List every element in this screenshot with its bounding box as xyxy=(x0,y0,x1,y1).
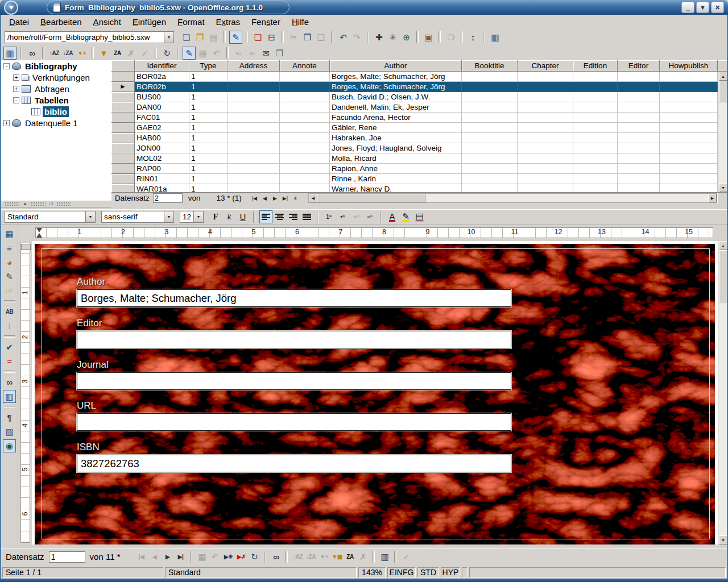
open-icon[interactable]: ❐ xyxy=(193,31,206,44)
cell-annote[interactable] xyxy=(280,113,330,123)
cell-howpublish[interactable] xyxy=(660,153,718,164)
cell-identifier[interactable]: DAN00 xyxy=(135,102,189,113)
cell-chapter[interactable] xyxy=(518,113,573,123)
cell-edition[interactable] xyxy=(573,174,618,184)
table-row[interactable]: JON00 1 Jones, Floyd; Haugland, Solveig xyxy=(111,143,718,153)
data-source-as-table-icon[interactable]: ▥ xyxy=(378,551,391,563)
cell-booktitle[interactable] xyxy=(462,184,518,192)
cell-howpublish[interactable] xyxy=(660,174,718,184)
cell-booktitle[interactable] xyxy=(462,102,518,113)
highlighting-icon[interactable]: ✎ xyxy=(399,210,412,223)
cell-annote[interactable] xyxy=(280,164,330,174)
chevron-down-icon[interactable]: ▼ xyxy=(164,32,173,43)
align-left-icon[interactable] xyxy=(259,210,272,223)
cell-howpublish[interactable] xyxy=(660,184,718,192)
cell-chapter[interactable] xyxy=(518,153,573,164)
table-row[interactable]: FAC01 1 Facundo Arena, Hector xyxy=(111,113,718,123)
font-name-input[interactable] xyxy=(102,213,164,221)
cell-chapter[interactable] xyxy=(518,72,573,82)
cell-annote[interactable] xyxy=(280,82,330,92)
table-row[interactable]: ▶ BOR02b 1 Borges, Malte; Schumacher, Jö… xyxy=(111,82,718,92)
row-header[interactable] xyxy=(111,92,135,102)
new-document-icon[interactable]: ❏ xyxy=(180,31,193,44)
row-header[interactable] xyxy=(111,143,135,153)
data-sources-icon[interactable]: ▥ xyxy=(3,390,16,403)
cell-editor[interactable] xyxy=(618,184,660,192)
cell-howpublish[interactable] xyxy=(660,72,718,82)
cell-type[interactable]: 1 xyxy=(189,72,228,82)
titlebar[interactable]: Form_Bibliography_biblio5.sxw - OpenOffi… xyxy=(0,0,728,15)
cell-author[interactable]: Gäbler, Rene xyxy=(330,123,462,133)
last-record-icon[interactable]: ▶| xyxy=(280,194,290,203)
cell-editor[interactable] xyxy=(618,143,660,153)
tree-item-biblio[interactable]: biblio xyxy=(1,106,111,117)
status-page-style[interactable]: Standard xyxy=(165,567,357,577)
sort-descending-icon[interactable]: ↓ZA xyxy=(304,551,317,563)
find-record-icon[interactable]: ∞ xyxy=(26,47,39,60)
data-to-fields-icon[interactable]: «≡ xyxy=(246,47,259,60)
cell-editor[interactable] xyxy=(618,123,660,133)
cell-editor[interactable] xyxy=(618,72,660,82)
horizontal-ruler[interactable]: 123456789101112131415 xyxy=(32,225,718,240)
horizontal-scrollbar[interactable]: ◀ ▶ xyxy=(308,193,717,203)
font-color-icon[interactable]: A xyxy=(386,210,399,223)
cell-chapter[interactable] xyxy=(518,82,573,92)
cell-howpublish[interactable] xyxy=(660,143,718,153)
next-record-icon[interactable]: ▶ xyxy=(270,194,280,203)
prev-record-icon[interactable]: ◀ xyxy=(260,194,270,203)
cell-booktitle[interactable] xyxy=(462,123,518,133)
sort-ascending-icon[interactable]: ↑AZ xyxy=(48,47,61,60)
cell-type[interactable]: 1 xyxy=(189,164,228,174)
menu-einfuegen[interactable]: Einfügen xyxy=(127,16,172,28)
status-selection-mode[interactable]: STD xyxy=(417,567,439,577)
background-color-icon[interactable]: ▤ xyxy=(413,210,426,223)
cell-chapter[interactable] xyxy=(518,174,573,184)
refresh-icon[interactable]: ↻ xyxy=(160,47,173,60)
cell-howpublish[interactable] xyxy=(660,102,718,113)
menu-hilfe[interactable]: Hilfe xyxy=(286,16,315,28)
cell-type[interactable]: 1 xyxy=(189,92,228,102)
align-right-icon[interactable] xyxy=(287,210,300,223)
cell-editor[interactable] xyxy=(618,153,660,164)
cell-address[interactable] xyxy=(228,82,280,92)
cell-howpublish[interactable] xyxy=(660,164,718,174)
apply-filter-icon[interactable]: ✓ xyxy=(138,47,151,60)
cell-type[interactable]: 1 xyxy=(189,133,228,143)
insert-icon[interactable]: ▦ xyxy=(3,227,16,240)
status-zoom[interactable]: 143% xyxy=(358,567,386,577)
table-row[interactable]: RIN01 1 Rinne , Karin xyxy=(111,174,718,184)
hyperlink-icon[interactable]: ⊕ xyxy=(400,31,413,44)
find-icon[interactable]: ∞ xyxy=(3,376,16,389)
url-input[interactable] xyxy=(77,413,511,431)
undo-data-entry-icon[interactable]: ↶ xyxy=(210,47,223,60)
row-header[interactable]: ▶ xyxy=(111,82,135,92)
cell-chapter[interactable] xyxy=(518,92,573,102)
maximize-button[interactable]: ▼ xyxy=(696,2,709,13)
bullets-icon[interactable]: •≡ xyxy=(336,210,349,223)
mail-merge-icon[interactable]: ✉ xyxy=(259,47,272,60)
menu-fenster[interactable]: Fenster xyxy=(246,16,286,28)
filter-icon[interactable]: ▼ xyxy=(97,47,110,60)
isbn-input[interactable] xyxy=(77,455,511,472)
sort-icon[interactable]: ZA xyxy=(344,551,356,563)
table-row[interactable]: WAR01a 1 Warner, Nancy D. xyxy=(111,184,718,192)
cell-editor[interactable] xyxy=(618,113,660,123)
insert-fields-icon[interactable]: ≡ xyxy=(3,242,16,255)
cell-identifier[interactable]: WAR01a xyxy=(135,184,189,192)
column-header-address[interactable]: Address xyxy=(228,60,280,72)
cell-address[interactable] xyxy=(228,153,280,164)
status-page[interactable]: Seite 1 / 1 xyxy=(2,567,163,577)
menu-extras[interactable]: Extras xyxy=(210,16,246,28)
window-menu-button[interactable] xyxy=(4,1,18,15)
url-combobox[interactable]: ▼ xyxy=(5,31,174,43)
minimize-button[interactable]: _ xyxy=(681,2,694,13)
menu-bearbeiten[interactable]: Bearbeiten xyxy=(35,16,88,28)
paste-icon[interactable]: ❑ xyxy=(315,31,328,44)
save-record-icon[interactable]: ▦ xyxy=(196,551,208,563)
table-row[interactable]: MOL02 1 Molla, Ricard xyxy=(111,153,718,164)
graphics-toggle-icon[interactable]: ▨ xyxy=(3,425,16,438)
align-center-icon[interactable] xyxy=(273,210,286,223)
cell-edition[interactable] xyxy=(573,92,618,102)
cell-editor[interactable] xyxy=(618,102,660,113)
row-header[interactable] xyxy=(111,123,135,133)
